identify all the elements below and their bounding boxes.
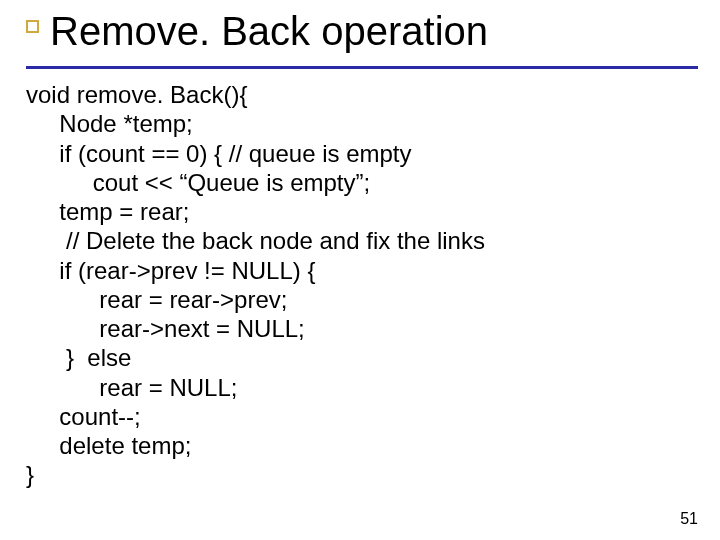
code-block: void remove. Back(){ Node *temp; if (cou…: [26, 80, 690, 490]
title-underline: [26, 66, 698, 69]
code-line: } else: [26, 344, 131, 371]
code-line: temp = rear;: [26, 198, 189, 225]
title-bullet-square: [26, 20, 39, 33]
slide: Remove. Back operation void remove. Back…: [0, 0, 720, 540]
slide-title: Remove. Back operation: [26, 8, 700, 54]
code-line: Node *temp;: [26, 110, 193, 137]
code-line: void remove. Back(){: [26, 81, 247, 108]
code-line: rear->next = NULL;: [26, 315, 305, 342]
code-line: rear = rear->prev;: [26, 286, 287, 313]
page-number: 51: [680, 510, 698, 528]
code-line: // Delete the back node and fix the link…: [26, 227, 485, 254]
code-line: count--;: [26, 403, 141, 430]
code-line: if (count == 0) { // queue is empty: [26, 140, 412, 167]
code-line: rear = NULL;: [26, 374, 237, 401]
code-line: if (rear->prev != NULL) {: [26, 257, 315, 284]
code-line: }: [26, 461, 34, 488]
title-block: Remove. Back operation: [26, 8, 700, 54]
code-line: cout << “Queue is empty”;: [26, 169, 370, 196]
code-line: delete temp;: [26, 432, 191, 459]
